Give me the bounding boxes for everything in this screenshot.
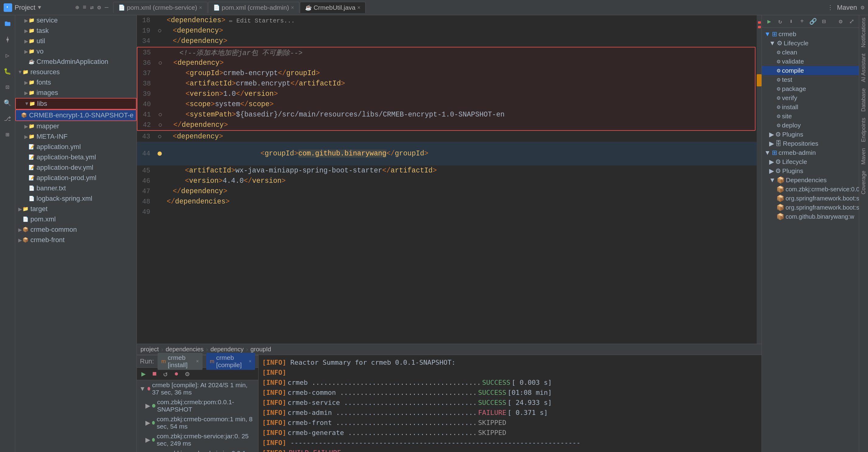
tree-item-app-prod[interactable]: 📝 application-prod.yml (15, 173, 136, 183)
maven-item-verify[interactable]: ⚙ verify (762, 93, 859, 102)
maven-item-test[interactable]: ⚙ test (762, 75, 859, 84)
notification-item-ai[interactable]: AI Assistant (860, 54, 867, 82)
tab-close-icon3[interactable]: × (358, 5, 361, 11)
run-item-admin[interactable]: ▶ com.zbkj:crmeb-admin:jar:0.0.1-SNA 452… (137, 448, 258, 452)
run-item-service[interactable]: ▶ com.zbkj:crmeb-service:jar:0. 25 sec, … (137, 431, 258, 448)
run-tab-install[interactable]: m crmeb [install] × (158, 353, 202, 370)
tree-item-crmeb-common[interactable]: ▶ 📦 crmeb-common (15, 224, 136, 235)
maven-admin-plugins[interactable]: ▶ ⚙ Plugins (762, 167, 859, 176)
terminal-icon-btn[interactable]: ⊡ (2, 82, 13, 92)
tree-item-logback[interactable]: 📄 logback-spring.xml (15, 193, 136, 204)
maven-item-compile[interactable]: ⚙ compile (762, 66, 859, 75)
maven-download-btn[interactable]: ⬇ (787, 17, 795, 26)
run-settings-btn[interactable]: ⚙ (183, 369, 192, 378)
maven-repositories[interactable]: ▶ 🗄 Repositories (762, 139, 859, 148)
tree-item-util[interactable]: ▶ 📁 util (15, 36, 136, 46)
fold-indicator3[interactable] (159, 113, 162, 116)
tree-item-app[interactable]: ☕ CrmebAdminApplication (15, 57, 136, 67)
maven-item-install[interactable]: ⚙ install (762, 102, 859, 112)
run-error-btn[interactable]: ● (172, 369, 181, 378)
notification-item-maven[interactable]: Maven (860, 148, 867, 164)
breadcrumb-groupid[interactable]: groupId (251, 346, 271, 353)
fold-indicator2[interactable] (159, 61, 162, 64)
tree-item-mapper[interactable]: ▶ 📁 mapper (15, 121, 136, 131)
folder-icon-btn[interactable] (2, 18, 13, 29)
run-item-pom[interactable]: ▶ com.zbkj:crmeb:pom:0.0.1-SNAPSHOT (137, 397, 258, 414)
maven-link-btn[interactable]: 🔗 (809, 17, 817, 26)
notification-item-db[interactable]: Database (860, 88, 867, 112)
tree-item-app-beta[interactable]: 📝 application-beta.yml (15, 152, 136, 162)
maven-crmeb-admin[interactable]: ▼ ⊞ crmeb-admin (762, 148, 859, 157)
diff-icon[interactable]: ⇄ (90, 4, 94, 11)
more-icon[interactable]: ⋮ (827, 4, 833, 11)
tree-item-meta[interactable]: ▶ 📁 META-INF (15, 131, 136, 142)
tree-item-resources[interactable]: ▼ 📁 resources (15, 67, 136, 77)
tree-item-target[interactable]: ▶ 📁 target (15, 204, 136, 214)
fold-indicator[interactable] (158, 29, 161, 32)
tab-pom-service[interactable]: 📄 pom.xml (crmeb-service) × (113, 2, 208, 13)
tab-crmeb-util[interactable]: ☕ CrmebUtil.java × (300, 2, 366, 13)
maven-collapse-btn[interactable]: ⊟ (819, 17, 828, 26)
tree-item-service[interactable]: ▶ 📁 service (15, 15, 136, 26)
maven-crmeb-root[interactable]: ▼ ⊞ crmeb (762, 30, 859, 39)
debug-icon-btn[interactable]: 🐛 (2, 66, 13, 77)
tree-item-libs[interactable]: ▼ 📁 libs (15, 98, 136, 110)
tree-item-banner[interactable]: 📄 banner.txt (15, 183, 136, 193)
structure-icon[interactable]: ≡ (83, 4, 86, 11)
fold-indicator5[interactable] (158, 135, 161, 138)
run-tab-compile[interactable]: m crmeb [compile] × (206, 353, 255, 370)
git-icon-btn[interactable]: ⎇ (2, 113, 13, 124)
run-stop-btn[interactable]: ■ (150, 369, 159, 378)
maven-dep-spring2[interactable]: 📦 org.springframework.boot:sp (762, 203, 859, 212)
maven-dep-crmeb-service[interactable]: 📦 com.zbkj:crmeb-service:0.0.1 (762, 185, 859, 194)
maven-item-validate[interactable]: ⚙ validate (762, 57, 859, 66)
edit-starters-link[interactable]: ✏ Edit Starters... (229, 17, 295, 24)
maven-dep-binary[interactable]: 📦 com.github.binarywang:w (762, 212, 859, 221)
tree-item-task[interactable]: ▶ 📁 task (15, 26, 136, 36)
maven-refresh-btn[interactable]: ↻ (776, 17, 784, 26)
maven-admin-deps[interactable]: ▼ 📦 Dependencies (762, 176, 859, 185)
tree-item-fonts[interactable]: ▶ 📁 fonts (15, 77, 136, 88)
tree-item-crmeb-front[interactable]: ▶ 📦 crmeb-front (15, 235, 136, 245)
run-tab-close1[interactable]: × (196, 359, 198, 364)
maven-item-deploy[interactable]: ⚙ deploy (762, 121, 859, 130)
notification-item-notif[interactable]: Notifications (860, 18, 867, 48)
tree-item-pom-xml[interactable]: 📄 pom.xml (15, 214, 136, 224)
minimize-icon[interactable]: — (104, 4, 108, 11)
maven-add-btn[interactable]: + (798, 17, 806, 26)
notification-item-endpoints[interactable]: Endpoints (860, 118, 867, 142)
search-icon-btn[interactable]: 🔍 (2, 97, 13, 108)
tab-pom-admin[interactable]: 📄 pom.xml (crmeb-admin) × (208, 2, 299, 13)
maven-lifecycle[interactable]: ▼ ⚙ Lifecycle (762, 39, 859, 48)
commit-icon-btn[interactable] (2, 34, 13, 45)
tree-item-app-yml[interactable]: 📝 application.yml (15, 142, 136, 152)
maven-item-clean[interactable]: ⚙ clean (762, 48, 859, 57)
maven-admin-lifecycle[interactable]: ▶ ⚙ Lifecycle (762, 157, 859, 167)
code-editor[interactable]: 18 <dependencies> ✏ Edit Starters... 19 (137, 15, 762, 344)
run-rerun-btn[interactable]: ↺ (161, 369, 170, 378)
fold-indicator4[interactable] (159, 123, 162, 126)
run-item-compile[interactable]: ▼ crmeb [compile]: At 2024/S 1 min, 37 s… (137, 380, 258, 397)
tree-item-app-dev[interactable]: 📝 application-dev.yml (15, 162, 136, 173)
maven-item-package[interactable]: ⚙ package (762, 84, 859, 93)
notification-item-coverage[interactable]: Coverage (860, 171, 867, 194)
structure-icon-btn[interactable]: ⊞ (2, 129, 13, 140)
settings-icon[interactable]: ⚙ (97, 4, 101, 11)
project-dropdown-icon[interactable]: ▼ (38, 5, 41, 11)
tab-close-icon[interactable]: × (199, 5, 202, 11)
maven-settings-icon[interactable]: ⚙ (861, 4, 864, 11)
run-tab-close2[interactable]: × (249, 359, 251, 364)
tree-item-vo[interactable]: ▶ 📁 vo (15, 46, 136, 57)
breadcrumb-project[interactable]: project (141, 346, 159, 353)
run-item-common[interactable]: ▶ com.zbkj:crmeb-common:1 min, 8 sec, 54… (137, 414, 258, 431)
maven-plugins[interactable]: ▶ ⚙ Plugins (762, 130, 859, 139)
tree-item-images[interactable]: ▶ 📁 images (15, 88, 136, 98)
sync-icon[interactable]: ⊕ (75, 4, 79, 11)
console-output[interactable]: [INFO] Reactor Summary for crmeb 0.0.1-S… (258, 355, 762, 452)
maven-dep-spring1[interactable]: 📦 org.springframework.boot:sp (762, 194, 859, 203)
breadcrumb-dependency[interactable]: dependency (211, 346, 244, 353)
maven-expand-btn[interactable]: ⤢ (847, 17, 856, 26)
tree-item-crmeb-encrypt[interactable]: 📦 CRMEB-encrypt-1.0-SNAPSHOT-e (15, 110, 136, 121)
tab-close-icon2[interactable]: × (291, 5, 294, 11)
run-icon-btn[interactable]: ▷ (2, 50, 13, 61)
